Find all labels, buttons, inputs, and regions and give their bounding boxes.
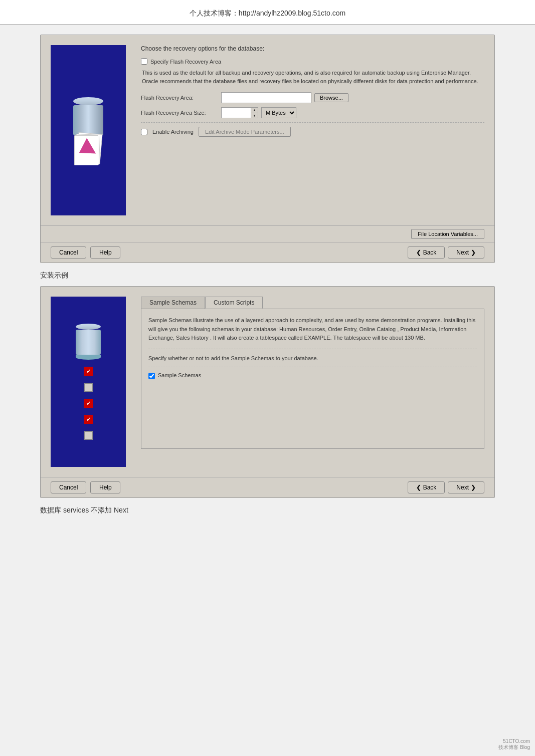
panel2-image: ✓ ✓ ✓	[51, 297, 126, 467]
specify-text: Specify whether or not to add the Sample…	[148, 354, 477, 363]
panel2-next-label: Next	[456, 484, 469, 491]
sample-schemas-description: Sample Schemas illustrate the use of a l…	[148, 316, 477, 343]
divider-2	[148, 349, 477, 349]
cyl-top	[76, 324, 101, 330]
specify-flash-label[interactable]: Specify Flash Recovery Area	[150, 59, 221, 65]
doc-stack	[73, 133, 103, 168]
check-row-1: ✓	[84, 367, 93, 376]
panel1-footer-left: Cancel Help	[51, 246, 120, 259]
panel2-footer-right: ❮ Back Next ❯	[408, 481, 484, 493]
square-row-1	[84, 383, 93, 392]
cylinder-body	[73, 105, 103, 135]
flash-size-label: Flash Recovery Area Size:	[141, 110, 221, 116]
brand-line2: 技术博客 Blog	[498, 744, 530, 751]
sample-schemas-checkbox[interactable]	[148, 373, 155, 379]
sample-schema-cb-row: Sample Schemas	[148, 371, 477, 380]
flash-recovery-input[interactable]	[221, 92, 311, 103]
enable-archiving-checkbox[interactable]	[141, 129, 147, 135]
bottom-label: 数据库 services 不添加 Next	[40, 506, 495, 515]
edit-archive-button[interactable]: Edit Archive Mode Parameters...	[199, 127, 291, 137]
flash-size-row: Flash Recovery Area Size: 2048 ▲ ▼ M Byt…	[141, 107, 484, 118]
flash-size-input[interactable]: 2048	[221, 107, 251, 118]
panel2-back-button[interactable]: ❮ Back	[408, 481, 445, 493]
check-mark-1: ✓	[84, 367, 93, 376]
size-spinner: ▲ ▼	[251, 107, 258, 118]
top-db	[76, 324, 101, 360]
tab-sample-schemas[interactable]: Sample Schemas	[141, 297, 205, 309]
square-mark-2	[84, 431, 93, 440]
tabs-row: Sample Schemas Custom Scripts	[141, 297, 484, 309]
panel2-help-button[interactable]: Help	[90, 481, 120, 493]
tab-content: Sample Schemas illustrate the use of a l…	[141, 309, 484, 449]
panel2-footer-left: Cancel Help	[51, 481, 120, 493]
panel1-next-label: Next	[456, 249, 469, 256]
section-label: 安装示例	[40, 271, 495, 280]
size-unit-select[interactable]: M Bytes	[261, 107, 296, 118]
divider-1	[141, 122, 484, 123]
back-chevron-icon-2: ❮	[416, 484, 421, 491]
panel2-next-button[interactable]: Next ❯	[448, 481, 484, 493]
next-chevron-icon-2: ❯	[471, 484, 476, 491]
spinner-up[interactable]: ▲	[251, 108, 258, 113]
db-art: ✓ ✓ ✓	[76, 324, 101, 440]
file-location-row: File Location Variables...	[41, 225, 494, 242]
divider-3	[148, 367, 477, 367]
tab-custom-scripts[interactable]: Custom Scripts	[205, 297, 263, 309]
browse-button[interactable]: Browse...	[314, 93, 348, 102]
square-row-2	[84, 431, 93, 440]
brand-footer: 51CTO.com 技术博客 Blog	[498, 738, 530, 751]
square-mark-1	[84, 383, 93, 392]
spinner-down[interactable]: ▼	[251, 113, 258, 118]
schemas-panel: ✓ ✓ ✓	[40, 286, 495, 498]
flash-recovery-label: Flash Recovery Area:	[141, 95, 221, 101]
size-input-wrapper: 2048 ▲ ▼ M Bytes	[221, 107, 296, 118]
flash-description: This is used as the default for all back…	[142, 69, 484, 85]
cyl-body	[76, 330, 101, 355]
archive-art	[51, 45, 126, 215]
specify-flash-checkbox[interactable]	[141, 58, 147, 65]
panel1-next-button[interactable]: Next ❯	[448, 246, 484, 259]
check-row-2: ✓	[84, 399, 93, 408]
panel1-cancel-button[interactable]: Cancel	[51, 246, 86, 259]
panel2-right: Sample Schemas Custom Scripts Sample Sch…	[136, 287, 494, 477]
check-mark-2: ✓	[84, 399, 93, 408]
panel1-footer: Cancel Help ❮ Back Next ❯	[41, 242, 494, 263]
back-chevron-icon: ❮	[416, 249, 421, 256]
brand-line1: 51CTO.com	[498, 738, 530, 744]
sample-schemas-cb-label[interactable]: Sample Schemas	[158, 371, 201, 380]
cyl-bottom	[76, 355, 101, 360]
choose-recovery-label: Choose the recovery options for the data…	[141, 45, 484, 52]
header: 个人技术博客：http://andylhz2009.blog.51cto.com	[0, 0, 535, 25]
cylinder-top	[73, 97, 103, 105]
panel1-back-button[interactable]: ❮ Back	[408, 246, 445, 259]
flash-recovery-row: Flash Recovery Area: Browse...	[141, 92, 484, 103]
check-mark-3: ✓	[84, 415, 93, 424]
header-title: 个人技术博客：http://andylhz2009.blog.51cto.com	[190, 9, 345, 17]
next-chevron-icon: ❯	[471, 249, 476, 256]
specify-flash-row: Specify Flash Recovery Area	[141, 58, 484, 65]
panel2-footer: Cancel Help ❮ Back Next ❯	[41, 477, 494, 497]
archiving-row: Enable Archiving Edit Archive Mode Param…	[141, 127, 484, 137]
recovery-panel: Choose the recovery options for the data…	[40, 35, 495, 263]
panel2-cancel-button[interactable]: Cancel	[51, 481, 86, 493]
check-row-3: ✓	[84, 415, 93, 424]
tab-sample-schemas-label: Sample Schemas	[149, 299, 197, 306]
panel1-image	[51, 45, 126, 215]
tab-custom-scripts-label: Custom Scripts	[214, 299, 254, 306]
panel1-right: Choose the recovery options for the data…	[136, 35, 494, 225]
enable-archiving-label[interactable]: Enable Archiving	[152, 129, 194, 135]
panel1-back-label: Back	[423, 249, 437, 256]
file-location-button[interactable]: File Location Variables...	[411, 229, 484, 239]
panel1-footer-right: ❮ Back Next ❯	[408, 246, 484, 259]
panel2-back-label: Back	[423, 484, 437, 491]
panel1-help-button[interactable]: Help	[90, 246, 120, 259]
